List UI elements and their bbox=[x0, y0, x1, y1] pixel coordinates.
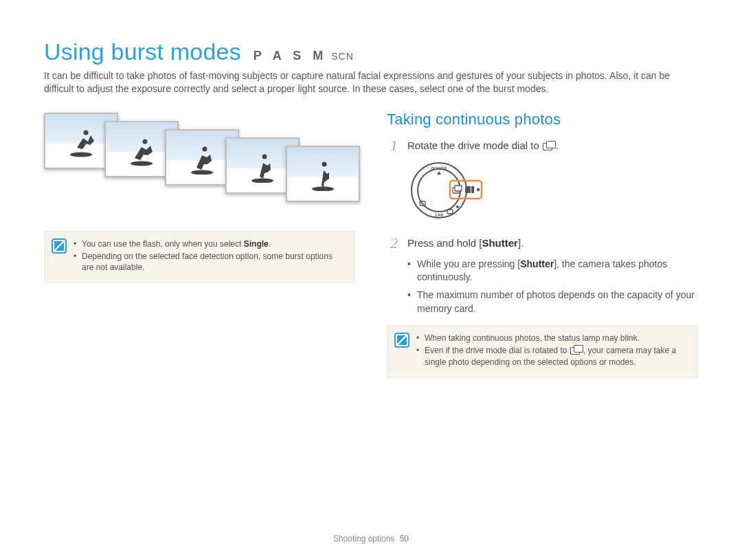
svg-rect-18 bbox=[471, 186, 474, 193]
step-number: 1 bbox=[387, 138, 398, 153]
footer-section: Shooting options bbox=[333, 534, 394, 544]
list-item: While you are pressing [Shutter], the ca… bbox=[407, 258, 698, 284]
drive-mode-dial-illustration: POWER BKT bbox=[407, 160, 698, 223]
svg-point-3 bbox=[143, 139, 148, 144]
svg-point-6 bbox=[251, 178, 273, 183]
svg-point-5 bbox=[203, 146, 207, 151]
note-box-right: When taking continuous photos, the statu… bbox=[387, 325, 698, 378]
svg-point-0 bbox=[70, 152, 92, 157]
note-icon bbox=[394, 333, 409, 348]
note-box-left: You can use the flash, only when you sel… bbox=[44, 231, 355, 284]
svg-point-4 bbox=[191, 170, 213, 175]
left-column: You can use the flash, only when you sel… bbox=[44, 111, 355, 378]
svg-point-20 bbox=[456, 205, 459, 208]
svg-rect-17 bbox=[465, 186, 471, 193]
section-heading: Taking continuous photos bbox=[387, 111, 698, 128]
right-column: Taking continuous photos 1 Rotate the dr… bbox=[387, 111, 698, 378]
list-item: The maximum number of photos depends on … bbox=[407, 289, 698, 315]
page-title: Using burst modes bbox=[44, 38, 241, 65]
note-icon bbox=[52, 238, 67, 254]
step-1: 1 Rotate the drive mode dial to . bbox=[387, 138, 698, 153]
svg-point-1 bbox=[84, 130, 89, 135]
svg-point-9 bbox=[322, 161, 327, 166]
step-number: 2 bbox=[387, 236, 398, 251]
mode-large-letters: P A S M bbox=[254, 49, 327, 63]
step-2-details: While you are pressing [Shutter], the ca… bbox=[407, 258, 698, 315]
svg-point-8 bbox=[312, 186, 334, 191]
svg-text:POWER: POWER bbox=[431, 166, 447, 170]
continuous-mode-icon bbox=[543, 142, 555, 150]
note-list: When taking continuous photos, the statu… bbox=[416, 333, 689, 369]
note-item: You can use the flash, only when you sel… bbox=[74, 238, 346, 249]
footer-page-number: 50 bbox=[400, 534, 409, 544]
note-list: You can use the flash, only when you sel… bbox=[74, 238, 346, 275]
svg-point-19 bbox=[477, 188, 480, 191]
step-body: Rotate the drive mode dial to . bbox=[407, 138, 559, 153]
note-item: Depending on the selected face detection… bbox=[74, 251, 346, 273]
mode-scn-label: SCN bbox=[331, 51, 354, 62]
svg-point-7 bbox=[262, 154, 267, 159]
note-item: When taking continuous photos, the statu… bbox=[416, 333, 689, 344]
note-item: Even if the drive mode dial is rotated t… bbox=[416, 345, 689, 367]
page-footer: Shooting options 50 bbox=[0, 534, 742, 544]
svg-text:BKT: BKT bbox=[435, 213, 444, 217]
burst-frame-5 bbox=[286, 146, 360, 202]
mode-indicators: P A S M SCN bbox=[254, 49, 354, 63]
svg-rect-16 bbox=[455, 186, 462, 191]
step-2: 2 Press and hold [Shutter]. bbox=[387, 236, 698, 251]
page-heading: Using burst modes P A S M SCN bbox=[44, 38, 698, 65]
svg-point-2 bbox=[131, 161, 153, 166]
burst-illustration bbox=[44, 111, 355, 210]
continuous-mode-icon bbox=[570, 346, 583, 354]
intro-paragraph: It can be difficult to take photos of fa… bbox=[44, 69, 698, 96]
step-body: Press and hold [Shutter]. bbox=[407, 236, 524, 251]
